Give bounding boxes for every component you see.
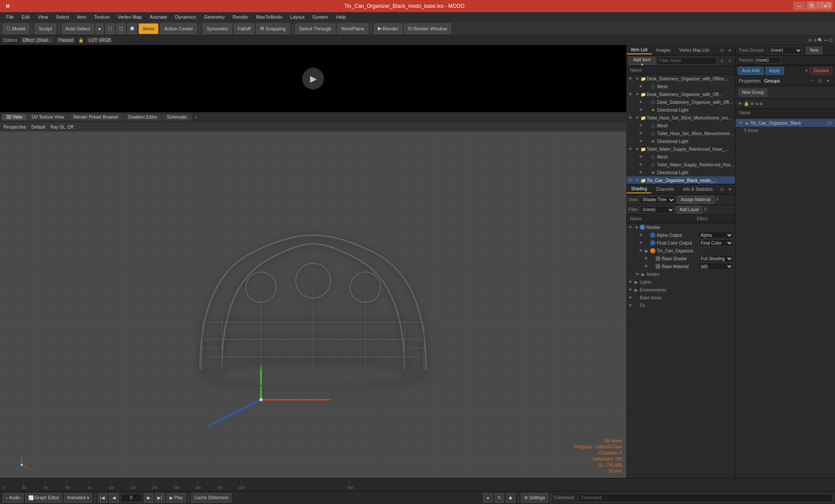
apply-button[interactable]: Apply — [765, 67, 784, 75]
eye-shading-7[interactable]: 👁 — [635, 272, 641, 276]
key-button[interactable]: ◆ — [506, 493, 515, 503]
filter-select[interactable]: (none) — [640, 206, 675, 214]
viewport-expand-btn[interactable]: ⊡ — [825, 1, 833, 9]
cache-deformers-button[interactable]: Cache Deformers — [191, 493, 231, 503]
mode-vertex[interactable]: ● — [96, 23, 104, 34]
filter-ctrl2[interactable]: F — [727, 57, 733, 64]
menu-help[interactable]: Help — [333, 13, 350, 20]
tree-item-12[interactable]: 👁 ⬡ Toilet_Water_Supply_Reinforced_Hos..… — [627, 161, 735, 169]
eye-icon-12[interactable]: 👁 — [639, 162, 645, 167]
step-back-button[interactable]: ◀ — [109, 493, 119, 503]
add-tab-button[interactable]: + — [193, 114, 200, 121]
menu-edit[interactable]: Edit — [18, 13, 33, 20]
alpha-effect-select[interactable]: Alpha — [698, 232, 733, 239]
groups-content[interactable]: 👁 ▶ Tin_Can_Organizer_Black (3) 5 Items — [735, 117, 835, 478]
tab-properties[interactable]: Properties — [739, 78, 761, 83]
mode-item[interactable]: ⬢ — [127, 23, 137, 34]
group-item-tin-can[interactable]: 👁 ▶ Tin_Can_Organizer_Black (3) — [735, 119, 835, 127]
render-button[interactable]: ▶ Render — [374, 23, 402, 34]
shading-list-content[interactable]: 👁 ▼ Render 👁 Alpha Output Alpha 👁 — [627, 223, 735, 478]
shading-item-final-color[interactable]: 👁 Final Color Output Final Color — [627, 239, 735, 247]
add-item-button[interactable]: Add Item ▾ — [628, 57, 655, 65]
eye-icon-13[interactable]: 👁 — [639, 170, 645, 175]
tab-channels[interactable]: Channels — [651, 186, 678, 193]
tab-images[interactable]: Images — [652, 46, 675, 54]
menu-dynamics[interactable]: Dynamics — [171, 13, 199, 20]
mode-edge[interactable]: ⬡ — [105, 23, 115, 34]
passes-input[interactable] — [755, 57, 781, 64]
viewport-maximize-btn[interactable]: ⛶ — [816, 1, 824, 9]
menu-render[interactable]: Render — [229, 13, 252, 20]
groups-icon-3[interactable]: ⚙ — [750, 101, 754, 106]
play-button[interactable]: ▶ Play — [167, 493, 186, 503]
record-button[interactable]: ● — [483, 493, 493, 503]
eye-icon-7[interactable]: 👁 — [639, 123, 645, 128]
groups-ctrl-2[interactable]: ⊟ — [816, 77, 823, 84]
eye-icon-5[interactable]: 👁 — [639, 108, 645, 112]
tab-item-list[interactable]: Item List — [627, 46, 652, 54]
tree-item-3[interactable]: 👁 ▼ 📁 Desk_Stationery_Organizer_with_Off… — [627, 90, 735, 98]
eye-shading-4[interactable]: 👁 — [639, 249, 645, 253]
eye-shading-8[interactable]: 👁 — [628, 280, 635, 284]
auto-select-button[interactable]: Auto Select — [62, 23, 94, 34]
settings-button[interactable]: ⚙ Settings — [521, 493, 548, 503]
tab-render-preset[interactable]: Render Preset Browser — [69, 114, 123, 120]
eye-icon-3[interactable]: 👁 — [628, 92, 635, 96]
menu-system[interactable]: System — [309, 13, 332, 20]
select-through-button[interactable]: Select Through — [295, 23, 335, 34]
render-window-button[interactable]: ⊡ Render Window — [404, 23, 451, 34]
falloff-button[interactable]: Falloff — [234, 23, 255, 34]
groups-icon-5[interactable]: ⊕ — [759, 101, 763, 106]
panel-ctrl-1[interactable]: ⊟ — [718, 47, 725, 54]
tree-item-2[interactable]: 👁 ⬡ Mesh — [627, 83, 735, 90]
viewport-settings-btn[interactable]: ⚙ — [807, 1, 815, 9]
item-list-content[interactable]: 👁 ▼ 📁 Desk_Stationery_Organizer_with_Off… — [627, 75, 735, 184]
shading-item-nodes[interactable]: 👁 ▶ Nodes — [627, 270, 735, 278]
shading-item-alpha[interactable]: 👁 Alpha Output Alpha — [627, 231, 735, 239]
eye-icon-11[interactable]: 👁 — [639, 155, 645, 159]
snapping-button[interactable]: ⊞ Snapping — [256, 23, 290, 34]
eye-icon-9[interactable]: 👁 — [639, 139, 645, 143]
tab-uv-texture[interactable]: UV Texture View — [27, 114, 68, 120]
eye-icon-6[interactable]: 👁 — [628, 116, 635, 120]
tree-item-7[interactable]: 👁 ⬡ Mesh — [627, 122, 735, 129]
timeline-ruler[interactable]: 0 20 40 60 80 100 120 140 160 180 — [2, 478, 835, 491]
items-button[interactable]: Items — [139, 23, 158, 34]
eye-icon-2[interactable]: 👁 — [639, 84, 645, 89]
eye-icon-14[interactable]: 👁 — [628, 178, 635, 182]
viewport-3d[interactable]: Perspective Default Ray GL: Off — [0, 122, 626, 478]
play-preview-button[interactable]: ▶ — [302, 68, 324, 90]
new-group-button[interactable]: New Group — [739, 89, 767, 96]
graph-editor-button[interactable]: 📈 Graph Editor — [25, 493, 63, 503]
groups-icon-1[interactable]: 👁 — [738, 101, 742, 106]
shading-item-environments[interactable]: 👁 ▶ Environments — [627, 286, 735, 294]
base-material-effect-select[interactable]: (all) — [698, 263, 733, 270]
eye-icon-1[interactable]: 👁 — [628, 76, 635, 81]
tab-3d-view[interactable]: 3D View — [2, 114, 27, 120]
eye-icon-10[interactable]: 👁 — [628, 147, 635, 151]
tree-item-14[interactable]: 👁 ▼ 📁 Tin_Can_Organizer_Black_modo_... — [627, 176, 735, 184]
shader-tree-select[interactable]: Shader Tree — [640, 196, 675, 204]
minimize-button[interactable]: ─ — [793, 2, 805, 10]
shading-item-lights[interactable]: 👁 ▶ Lights — [627, 278, 735, 286]
tab-groups[interactable]: Groups — [764, 78, 780, 83]
menu-file[interactable]: File — [3, 13, 17, 20]
eye-icon-4[interactable]: 👁 — [639, 100, 645, 104]
menu-select[interactable]: Select — [52, 13, 73, 20]
tab-vertex-map[interactable]: Vertex Map List — [675, 46, 714, 54]
eye-shading-5[interactable]: 👁 — [644, 256, 650, 261]
menu-view[interactable]: View — [34, 13, 52, 20]
shading-ctrl-1[interactable]: ⊟ — [718, 186, 725, 193]
menu-texture[interactable]: Texture — [90, 13, 113, 20]
workplane-button[interactable]: WorkPlane — [337, 23, 368, 34]
menu-animate[interactable]: Animate — [146, 13, 170, 20]
mode-face[interactable]: ◻ — [117, 23, 126, 34]
menu-geometry[interactable]: Geometry — [200, 13, 228, 20]
pass-groups-select[interactable]: (none) — [768, 46, 802, 54]
menu-vertexmap[interactable]: Vertex Map — [114, 13, 145, 20]
eye-shading-10[interactable]: 👁 — [628, 295, 635, 300]
groups-icon-2[interactable]: 🔒 — [744, 101, 749, 106]
tab-info-stats[interactable]: Info & Statistics — [678, 186, 717, 193]
base-shader-effect-select[interactable]: Full Shading — [698, 255, 733, 262]
tree-item-11[interactable]: 👁 ⬡ Mesh — [627, 153, 735, 161]
